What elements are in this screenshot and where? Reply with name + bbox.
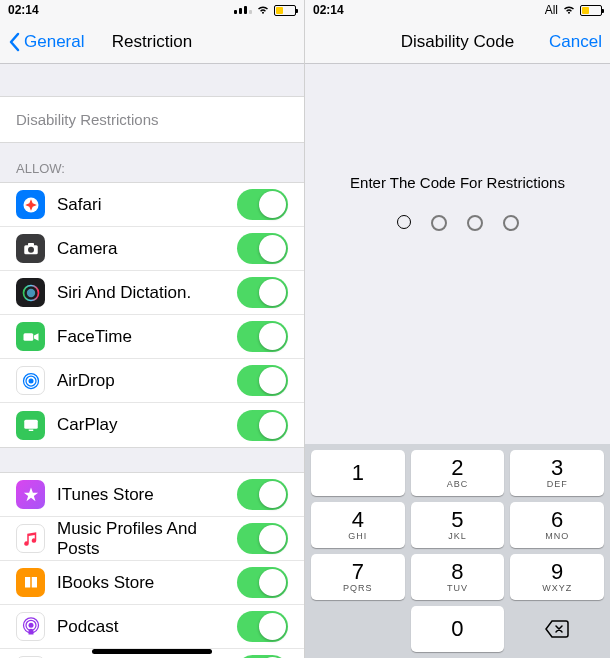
key-number: 8 (451, 561, 463, 583)
keypad-key-6[interactable]: 6MNO (510, 502, 604, 548)
keypad-key-2[interactable]: 2ABC (411, 450, 505, 496)
nav-bar: General Restriction (0, 20, 304, 64)
keypad-key-7[interactable]: 7PQRS (311, 554, 405, 600)
music-icon (16, 524, 45, 553)
toggle-switch[interactable] (237, 365, 288, 396)
row-label: Siri And Dictation. (57, 283, 237, 303)
chevron-left-icon (8, 32, 20, 52)
key-letters: MNO (545, 531, 569, 541)
row-label: FaceTime (57, 327, 237, 347)
key-number: 7 (352, 561, 364, 583)
row-label: AirDrop (57, 371, 237, 391)
nav-title: Restriction (112, 32, 192, 52)
key-number: 6 (551, 509, 563, 531)
siri-icon (16, 278, 45, 307)
status-icons (234, 5, 296, 16)
nav-title: Disability Code (401, 32, 514, 52)
status-time: 02:14 (313, 3, 344, 17)
status-bar: 02:14 All (305, 0, 610, 20)
keypad-key-0[interactable]: 0 (411, 606, 505, 652)
key-letters: ABC (447, 479, 469, 489)
home-indicator[interactable] (92, 649, 212, 654)
key-number: 3 (551, 457, 563, 479)
toggle-switch[interactable] (237, 479, 288, 510)
setting-row: Podcast (0, 605, 304, 649)
allow-list-2: ITunes StoreMusic Profiles And PostsIBoo… (0, 472, 304, 658)
toggle-switch[interactable] (237, 277, 288, 308)
row-label: IBooks Store (57, 573, 237, 593)
key-letters: WXYZ (542, 583, 572, 593)
setting-row: Safari (0, 183, 304, 227)
toggle-switch[interactable] (237, 611, 288, 642)
toggle-switch[interactable] (237, 410, 288, 441)
setting-row: FaceTime (0, 315, 304, 359)
setting-row: Siri And Dictation. (0, 271, 304, 315)
svg-rect-11 (28, 430, 33, 432)
key-letters: JKL (448, 531, 467, 541)
svg-rect-6 (23, 333, 33, 341)
nav-bar: Disability Code Cancel (305, 20, 610, 64)
restrictions-screen: 02:14 General Restriction Disability Res… (0, 0, 305, 658)
keypad-spacer (311, 606, 405, 652)
keypad-key-8[interactable]: 8TUV (411, 554, 505, 600)
toggle-switch[interactable] (237, 523, 288, 554)
setting-row: ITunes Store (0, 473, 304, 517)
video-icon (16, 322, 45, 351)
settings-content[interactable]: Disability Restrictions ALLOW: SafariCam… (0, 64, 304, 658)
compass-icon (16, 190, 45, 219)
book-icon (16, 568, 45, 597)
carrier-label: All (545, 3, 558, 17)
toggle-switch[interactable] (237, 321, 288, 352)
key-number: 0 (451, 618, 463, 640)
key-letters: DEF (547, 479, 568, 489)
code-dots (305, 215, 610, 231)
setting-row: IBooks Store (0, 561, 304, 605)
keypad-key-5[interactable]: 5JKL (411, 502, 505, 548)
key-number: 1 (352, 462, 364, 484)
setting-row: CarPlay (0, 403, 304, 447)
svg-point-12 (28, 622, 33, 627)
toggle-switch[interactable] (237, 567, 288, 598)
back-button[interactable]: General (8, 32, 84, 52)
svg-rect-10 (24, 420, 38, 429)
battery-icon (274, 5, 296, 16)
keypad-key-4[interactable]: 4GHI (311, 502, 405, 548)
code-dot (503, 215, 519, 231)
row-label: CarPlay (57, 415, 237, 435)
key-number: 9 (551, 561, 563, 583)
toggle-switch[interactable] (237, 233, 288, 264)
code-dot (467, 215, 483, 231)
keypad-key-3[interactable]: 3DEF (510, 450, 604, 496)
row-label: ITunes Store (57, 485, 237, 505)
row-label: Podcast (57, 617, 237, 637)
star-icon (16, 480, 45, 509)
toggle-switch[interactable] (237, 189, 288, 220)
code-prompt: Enter The Code For Restrictions (305, 64, 610, 231)
setting-row: Camera (0, 227, 304, 271)
setting-row: AirDrop (0, 359, 304, 403)
status-time: 02:14 (8, 3, 39, 17)
back-label: General (24, 32, 84, 52)
disability-restrictions-row[interactable]: Disability Restrictions (0, 96, 304, 143)
key-number: 2 (451, 457, 463, 479)
allow-header: ALLOW: (0, 143, 304, 182)
setting-row: Music Profiles And Posts (0, 517, 304, 561)
row-label: Safari (57, 195, 237, 215)
keypad-key-1[interactable]: 1 (311, 450, 405, 496)
backspace-key[interactable] (510, 606, 604, 652)
airdrop-icon (16, 366, 45, 395)
numeric-keypad: 12ABC3DEF4GHI5JKL6MNO7PQRS8TUV9WXYZ0 (305, 444, 610, 658)
key-letters: GHI (348, 531, 367, 541)
status-icons: All (545, 3, 602, 17)
key-number: 5 (451, 509, 463, 531)
podcast-icon (16, 612, 45, 641)
svg-rect-3 (28, 243, 34, 246)
svg-point-7 (28, 378, 33, 383)
wifi-icon (562, 5, 576, 15)
carplay-icon (16, 411, 45, 440)
key-letters: TUV (447, 583, 468, 593)
cancel-button[interactable]: Cancel (549, 32, 602, 52)
row-label: Camera (57, 239, 237, 259)
row-label: Music Profiles And Posts (57, 519, 237, 559)
keypad-key-9[interactable]: 9WXYZ (510, 554, 604, 600)
